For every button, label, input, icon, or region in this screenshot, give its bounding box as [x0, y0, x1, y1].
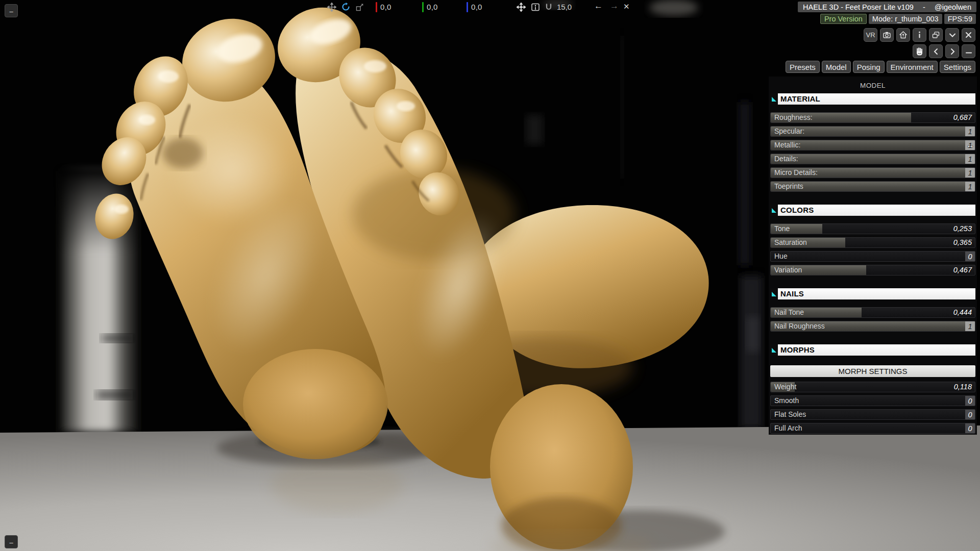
tab-posing[interactable]: Posing — [853, 61, 885, 73]
window-title: HAELE 3D - Feet Poser Lite v109 - @igeol… — [798, 2, 976, 12]
author-handle: @igeolwen — [935, 3, 971, 11]
rotate-icon[interactable] — [341, 2, 351, 12]
undo-arrow-icon[interactable]: ← — [594, 1, 603, 11]
redo-arrow-icon[interactable]: → — [610, 1, 619, 11]
slider-label: Smooth — [774, 396, 799, 406]
tab-model[interactable]: Model — [822, 61, 851, 73]
chevron-right-icon — [948, 47, 957, 56]
fps-badge: FPS:59 — [944, 14, 976, 24]
copy-icon — [932, 31, 940, 39]
tab-settings[interactable]: Settings — [940, 61, 975, 73]
minimize-button[interactable] — [962, 44, 975, 58]
collapse-triangle-icon[interactable] — [770, 205, 778, 216]
slider-label: Nail Tone — [774, 308, 804, 317]
slider-value: 0 — [965, 423, 975, 433]
slider-hue[interactable]: Hue0 — [770, 251, 975, 262]
mode-badge: Mode: r_thumb_003 — [869, 14, 942, 24]
slider-toeprints[interactable]: Toeprints1 — [770, 181, 975, 192]
slider-fill — [771, 154, 975, 164]
section-header-morphs[interactable]: MORPHS — [770, 344, 975, 356]
slider-specular[interactable]: Specular:1 — [770, 126, 975, 137]
slider-value: 0,687 — [953, 113, 972, 122]
panel-title: MODEL — [770, 82, 976, 91]
snap-angle-value[interactable]: 15,0 — [557, 3, 572, 11]
y-axis-bar — [422, 2, 424, 12]
section-label: MATERIAL — [778, 93, 975, 105]
slider-saturation[interactable]: Saturation0,365 — [770, 237, 975, 248]
home-button[interactable] — [896, 28, 910, 42]
section-header-nails[interactable]: NAILS — [770, 288, 975, 299]
slider-label: Roughness: — [774, 113, 813, 122]
slider-metallic[interactable]: Metallic:1 — [770, 140, 975, 151]
z-axis-value[interactable]: 0,0 — [471, 3, 482, 11]
snap-magnet-icon[interactable] — [544, 3, 553, 12]
chevron-down-icon — [948, 31, 957, 39]
slider-smooth[interactable]: Smooth0 — [770, 395, 975, 406]
slider-value: 1 — [965, 321, 975, 331]
app-window: – – 0,0 0,0 0,0 — [0, 0, 980, 551]
slider-variation[interactable]: Variation0,467 — [770, 265, 975, 276]
next-button[interactable] — [945, 44, 959, 58]
scale-icon[interactable] — [355, 3, 364, 12]
section-label: NAILS — [778, 288, 975, 299]
vr-button[interactable]: VR — [864, 28, 877, 42]
slider-value: 0,253 — [953, 224, 972, 234]
slider-roughness[interactable]: Roughness:0,687 — [770, 112, 975, 123]
panel-sections: MATERIALRoughness:0,687Specular:1Metalli… — [770, 93, 976, 434]
slider-label: Specular: — [774, 127, 804, 136]
slider-label: Weight — [774, 382, 796, 392]
collapse-panel-button[interactable] — [945, 28, 959, 42]
info-button[interactable] — [913, 28, 926, 42]
slider-details[interactable]: Details:1 — [770, 154, 975, 164]
slider-label: Variation — [774, 265, 802, 275]
camera-button[interactable] — [880, 28, 894, 42]
x-axis-bar — [376, 2, 377, 12]
close-icon — [965, 31, 972, 39]
slider-value: 0,118 — [954, 382, 972, 392]
move-icon[interactable] — [327, 3, 336, 12]
app-title: HAELE 3D - Feet Poser Lite v109 — [803, 3, 914, 11]
slider-weight[interactable]: Weight0,118 — [770, 382, 975, 392]
slider-value: 1 — [965, 182, 975, 191]
clear-icon[interactable]: ✕ — [623, 2, 630, 11]
slider-nail-roughness[interactable]: Nail Roughness1 — [770, 321, 975, 332]
slider-value: 0 — [965, 252, 975, 261]
pro-version-badge: Pro Version — [820, 14, 867, 24]
slider-label: Details: — [774, 154, 798, 164]
section-header-colors[interactable]: COLORS — [770, 205, 975, 216]
prev-button[interactable] — [929, 44, 943, 58]
slider-label: Saturation — [774, 238, 807, 247]
collapse-triangle-icon[interactable] — [770, 93, 778, 105]
collapse-toolbar-button[interactable]: – — [5, 4, 18, 17]
slider-full-arch[interactable]: Full Arch0 — [770, 423, 975, 434]
slider-flat-soles[interactable]: Flat Soles0 — [770, 409, 975, 420]
morph-settings-button[interactable]: MORPH SETTINGS — [770, 365, 975, 377]
slider-value: 0,365 — [953, 238, 972, 247]
slider-value: 0,467 — [953, 265, 972, 275]
chevron-left-icon — [932, 47, 940, 56]
slider-tone[interactable]: Tone0,253 — [770, 223, 975, 234]
model-panel: MODEL MATERIALRoughness:0,687Specular:1M… — [769, 77, 977, 435]
slider-value: 0 — [965, 410, 975, 419]
collapse-triangle-icon[interactable] — [770, 288, 778, 299]
close-button[interactable] — [962, 28, 975, 42]
duplicate-button[interactable] — [929, 28, 943, 42]
x-axis-value[interactable]: 0,0 — [380, 3, 391, 11]
y-axis-value[interactable]: 0,0 — [427, 3, 438, 11]
collapse-triangle-icon[interactable] — [770, 344, 778, 356]
section-label: COLORS — [778, 205, 975, 216]
slider-micro-details[interactable]: Micro Details:1 — [770, 167, 975, 178]
tab-presets[interactable]: Presets — [786, 61, 820, 73]
axis-move-icon[interactable] — [517, 3, 526, 12]
z-axis-bar — [467, 2, 468, 12]
section-header-material[interactable]: MATERIAL — [770, 93, 975, 105]
slider-nail-tone[interactable]: Nail Tone0,444 — [770, 307, 975, 318]
slider-label: Flat Soles — [774, 410, 806, 419]
slider-value: 1 — [965, 168, 975, 178]
slider-label: Full Arch — [774, 423, 802, 433]
slider-fill — [771, 140, 975, 150]
hand-tool-button[interactable] — [913, 44, 926, 58]
tab-environment[interactable]: Environment — [887, 61, 938, 73]
fit-model-icon[interactable] — [531, 3, 540, 12]
collapse-bottombar-button[interactable]: – — [5, 535, 18, 548]
